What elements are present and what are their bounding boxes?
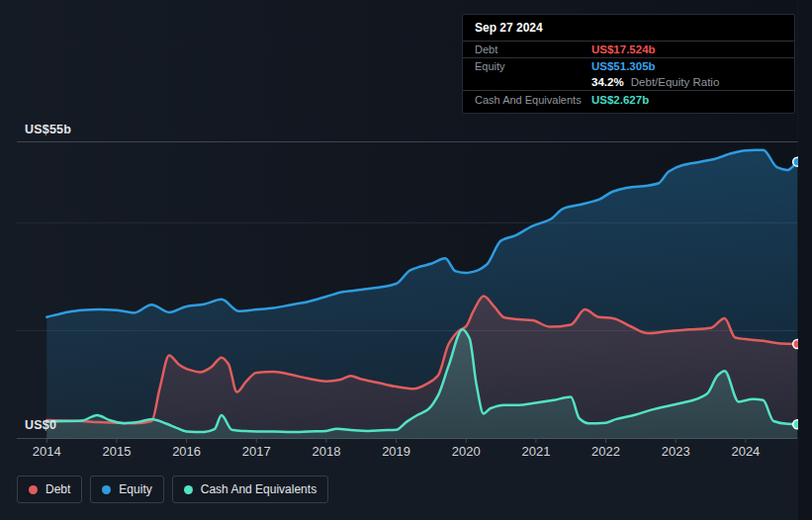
tooltip-row-ratio: 34.2% Debt/Equity Ratio xyxy=(463,74,794,90)
equity-endpoint-marker xyxy=(793,157,798,166)
debt-equity-history-panel: US$55b US$0 2014201520162017201820192020… xyxy=(0,0,798,520)
legend-item-debt[interactable]: Debt xyxy=(17,476,82,503)
x-axis-year-label-2020: 2020 xyxy=(438,444,494,459)
cash-endpoint-marker xyxy=(793,420,798,429)
tooltip-row-cash: Cash And Equivalents US$2.627b xyxy=(463,90,794,113)
tooltip-ratio-value: 34.2% xyxy=(591,76,624,88)
tooltip-debt-label: Debt xyxy=(475,43,591,56)
cash-color-dot-icon xyxy=(184,485,193,494)
debt-endpoint-marker xyxy=(793,339,798,348)
x-axis-year-label-2022: 2022 xyxy=(579,444,634,459)
tooltip-row-equity: Equity US$51.305b xyxy=(463,57,794,74)
tooltip-debt-value: US$17.524b xyxy=(591,43,782,56)
equity-color-dot-icon xyxy=(102,485,111,494)
x-axis-year-label-2023: 2023 xyxy=(648,444,703,459)
tooltip-ratio-label: Debt/Equity Ratio xyxy=(631,76,720,88)
x-axis-year-label-2019: 2019 xyxy=(369,444,424,459)
x-axis-year-label-2017: 2017 xyxy=(228,444,284,459)
debt-color-dot-icon xyxy=(29,485,38,494)
x-axis-year-label-2015: 2015 xyxy=(89,444,144,459)
legend-equity-label: Equity xyxy=(119,482,151,496)
tooltip-date: Sep 27 2024 xyxy=(463,15,794,41)
tooltip-debt-equity-ratio: 34.2% Debt/Equity Ratio xyxy=(591,75,782,89)
x-axis-year-label-2021: 2021 xyxy=(508,444,564,459)
y-axis-zero-label: US$0 xyxy=(25,418,56,432)
legend-cash-label: Cash And Equivalents xyxy=(201,482,316,496)
chart-tooltip: Sep 27 2024 Debt US$17.524b Equity US$51… xyxy=(462,14,795,114)
x-axis-year-label-2024: 2024 xyxy=(718,444,773,459)
tooltip-equity-value: US$51.305b xyxy=(591,59,782,73)
x-axis-year-label-2016: 2016 xyxy=(159,444,215,459)
legend-item-cash[interactable]: Cash And Equivalents xyxy=(172,476,328,503)
x-axis-year-label-2018: 2018 xyxy=(299,444,354,459)
y-axis-max-label: US$55b xyxy=(25,123,71,136)
chart-legend: Debt Equity Cash And Equivalents xyxy=(17,476,328,503)
legend-item-equity[interactable]: Equity xyxy=(90,476,163,503)
x-axis-year-label-2014: 2014 xyxy=(19,444,74,459)
legend-debt-label: Debt xyxy=(45,482,70,496)
tooltip-cash-label: Cash And Equivalents xyxy=(475,93,591,107)
page: { "colors": { "debt": "#e15d5d", "equity… xyxy=(0,0,812,520)
tooltip-equity-label: Equity xyxy=(475,59,591,73)
tooltip-cash-value: US$2.627b xyxy=(591,93,782,107)
tooltip-row-debt: Debt US$17.524b xyxy=(463,41,794,57)
